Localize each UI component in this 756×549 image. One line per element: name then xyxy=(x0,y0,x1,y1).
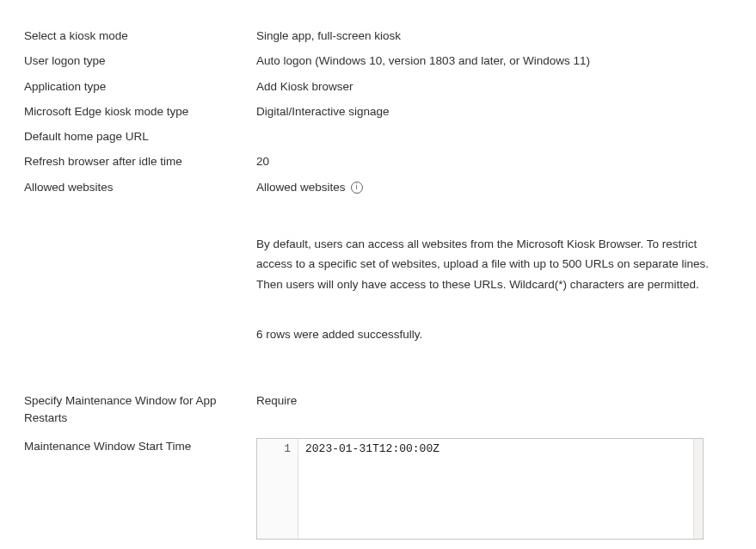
allowed-sites-description: By default, users can access all website… xyxy=(256,234,712,295)
code-editor-maintenance-start[interactable]: 1 2023-01-31T12:00:00Z xyxy=(256,438,704,540)
code-content[interactable]: 2023-01-31T12:00:00Z xyxy=(298,439,693,539)
label-home-url: Default home page URL xyxy=(24,128,256,145)
label-maintenance-start: Maintenance Window Start Time xyxy=(24,438,256,455)
field-app-type: Application type Add Kiosk browser xyxy=(24,78,732,96)
value-app-type: Add Kiosk browser xyxy=(256,78,732,96)
value-logon-type: Auto logon (Windows 10, version 1803 and… xyxy=(256,52,732,70)
field-home-url: Default home page URL xyxy=(24,128,732,145)
value-refresh-idle: 20 xyxy=(256,153,732,170)
field-kiosk-mode: Select a kiosk mode Single app, full-scr… xyxy=(24,28,732,45)
field-allowed-sites: Allowed websites Allowed websites i By d… xyxy=(24,179,732,385)
line-number: 1 xyxy=(261,441,291,458)
field-edge-kiosk-type: Microsoft Edge kiosk mode type Digital/I… xyxy=(24,103,732,120)
label-edge-kiosk-type: Microsoft Edge kiosk mode type xyxy=(24,103,256,120)
code-gutter: 1 xyxy=(257,439,298,539)
field-refresh-idle: Refresh browser after idle time 20 xyxy=(24,153,732,170)
label-app-type: Application type xyxy=(24,78,256,96)
label-logon-type: User logon type xyxy=(24,52,256,70)
allowed-sites-status: 6 rows were added successfully. xyxy=(256,326,732,343)
label-maintenance-window: Specify Maintenance Window for App Resta… xyxy=(24,392,256,428)
field-maintenance-start: Maintenance Window Start Time 1 2023-01-… xyxy=(24,438,732,540)
field-logon-type: User logon type Auto logon (Windows 10, … xyxy=(24,52,732,70)
scrollbar-track[interactable] xyxy=(693,439,703,539)
code-line-value: 2023-01-31T12:00:00Z xyxy=(305,441,686,458)
value-allowed-sites: Allowed websites xyxy=(256,179,346,196)
value-maintenance-window: Require xyxy=(256,392,732,410)
field-maintenance-window: Specify Maintenance Window for App Resta… xyxy=(24,392,732,428)
value-edge-kiosk-type: Digital/Interactive signage xyxy=(256,103,732,120)
label-refresh-idle: Refresh browser after idle time xyxy=(24,153,256,170)
value-kiosk-mode: Single app, full-screen kiosk xyxy=(256,28,732,45)
label-allowed-sites: Allowed websites xyxy=(24,179,256,196)
info-icon[interactable]: i xyxy=(351,182,363,194)
label-kiosk-mode: Select a kiosk mode xyxy=(24,28,256,45)
